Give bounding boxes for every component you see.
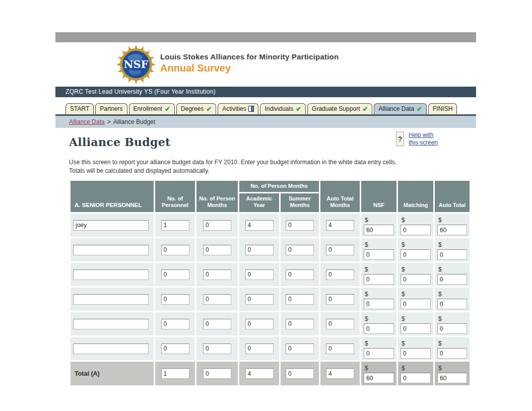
row-person-months-input[interactable]	[203, 269, 231, 280]
row-academic-year-input[interactable]	[245, 220, 274, 231]
row-academic-year-input[interactable]	[245, 344, 274, 354]
row-auto-total-months-input[interactable]	[326, 319, 354, 329]
help-link-line2: this screen	[409, 139, 438, 147]
row-academic-year-input[interactable]	[245, 269, 274, 280]
row-matching-input[interactable]	[401, 225, 431, 235]
row-nsf-input[interactable]	[364, 299, 394, 309]
tab-partners[interactable]: Partners	[95, 103, 127, 114]
row-matching-input[interactable]	[401, 299, 431, 309]
row-name-input[interactable]	[73, 269, 149, 280]
check-icon: ✔	[206, 106, 212, 112]
row-summer-months-input[interactable]	[286, 220, 314, 231]
row-personnel-input[interactable]	[161, 319, 189, 329]
tab-alliance-data[interactable]: Alliance Data✔	[374, 103, 427, 114]
row-nsf-input[interactable]	[364, 274, 394, 285]
row-nsf-input[interactable]	[364, 348, 394, 359]
total-auto-total-input[interactable]	[437, 373, 467, 383]
row-person-months-input[interactable]	[203, 344, 231, 354]
row-academic-year-input[interactable]	[245, 294, 274, 305]
row-person-months-input[interactable]	[203, 294, 231, 305]
row-auto-total-input[interactable]	[437, 323, 467, 334]
col-header-summer-months: Summer Months	[281, 193, 319, 212]
row-auto-total-months-input[interactable]	[326, 294, 354, 305]
breadcrumb-separator: >	[107, 118, 111, 125]
row-auto-total-input[interactable]	[437, 299, 467, 309]
currency-label: $	[365, 340, 394, 347]
row-summer-months-input[interactable]	[286, 294, 314, 305]
table-row: $ $ $	[71, 214, 470, 237]
help-link[interactable]: Help with this screen	[409, 131, 438, 147]
currency-label: $	[438, 365, 467, 372]
row-auto-total-input[interactable]	[437, 225, 467, 235]
row-personnel-input[interactable]	[161, 269, 189, 280]
currency-label: $	[402, 340, 431, 347]
currency-label: $	[402, 241, 431, 248]
col-header-nsf: NSF	[361, 181, 396, 212]
row-name-input[interactable]	[73, 294, 149, 305]
total-summer-months-input[interactable]	[286, 368, 314, 379]
row-personnel-input[interactable]	[161, 294, 189, 305]
currency-label: $	[365, 266, 394, 273]
row-summer-months-input[interactable]	[286, 245, 314, 255]
currency-label: $	[365, 241, 394, 248]
row-person-months-input[interactable]	[203, 220, 231, 231]
total-personnel-input[interactable]	[161, 368, 189, 379]
breadcrumb-alliance-data-link[interactable]: Alliance Data	[69, 118, 105, 125]
row-auto-total-input[interactable]	[437, 348, 467, 359]
tab-start[interactable]: START	[65, 103, 94, 114]
total-person-months-input[interactable]	[203, 368, 231, 379]
total-academic-year-input[interactable]	[245, 368, 274, 379]
col-header-personnel: No. of Personnel	[155, 181, 195, 212]
row-matching-input[interactable]	[401, 323, 431, 334]
currency-label: $	[438, 217, 467, 224]
row-personnel-input[interactable]	[161, 245, 189, 255]
survey-subtitle: Annual Survey	[160, 62, 339, 74]
tab-graduate-support[interactable]: Graduate Support✔	[307, 103, 372, 114]
row-personnel-input[interactable]	[161, 344, 189, 354]
tab-degrees[interactable]: Degrees✔	[176, 103, 216, 114]
currency-label: $	[402, 217, 431, 224]
tab-strip: START Partners Enrollment✔ Degrees✔ Acti…	[55, 97, 476, 114]
tab-activities[interactable]: Activities	[218, 103, 258, 114]
row-auto-total-months-input[interactable]	[326, 220, 354, 231]
row-nsf-input[interactable]	[364, 249, 394, 260]
table-row: $ $ $	[71, 337, 470, 360]
tab-label: Enrollment	[134, 105, 162, 112]
total-auto-total-months-input[interactable]	[326, 368, 354, 379]
currency-label: $	[402, 266, 431, 273]
row-matching-input[interactable]	[401, 249, 431, 260]
tab-individuals[interactable]: Individuals✔	[260, 103, 306, 114]
tab-enrollment[interactable]: Enrollment✔	[129, 103, 175, 114]
currency-label: $	[365, 365, 394, 372]
row-name-input[interactable]	[73, 220, 149, 231]
row-name-input[interactable]	[73, 319, 149, 329]
row-name-input[interactable]	[73, 344, 149, 354]
row-auto-total-months-input[interactable]	[326, 269, 354, 280]
row-nsf-input[interactable]	[364, 323, 394, 334]
row-academic-year-input[interactable]	[245, 319, 274, 329]
total-nsf-input[interactable]	[364, 373, 394, 383]
row-nsf-input[interactable]	[364, 225, 394, 235]
currency-label: $	[438, 340, 467, 347]
row-person-months-input[interactable]	[203, 319, 231, 329]
currency-label: $	[402, 315, 431, 322]
col-header-senior-personnel: A. SENIOR PERSONNEL	[71, 181, 154, 212]
row-personnel-input[interactable]	[161, 220, 189, 231]
row-name-input[interactable]	[73, 245, 149, 255]
check-icon: ✔	[417, 106, 422, 112]
row-auto-total-input[interactable]	[437, 249, 467, 260]
row-matching-input[interactable]	[401, 348, 431, 359]
tab-finish[interactable]: FINISH	[428, 103, 457, 114]
row-person-months-input[interactable]	[203, 245, 231, 255]
help-icon[interactable]: ?	[396, 131, 404, 146]
currency-label: $	[438, 291, 467, 298]
row-auto-total-months-input[interactable]	[326, 344, 354, 354]
row-auto-total-input[interactable]	[437, 274, 467, 285]
row-matching-input[interactable]	[401, 274, 431, 285]
row-summer-months-input[interactable]	[286, 269, 314, 280]
row-academic-year-input[interactable]	[245, 245, 274, 255]
row-summer-months-input[interactable]	[286, 344, 314, 354]
row-auto-total-months-input[interactable]	[326, 245, 354, 255]
row-summer-months-input[interactable]	[286, 319, 314, 329]
total-matching-input[interactable]	[401, 373, 431, 383]
